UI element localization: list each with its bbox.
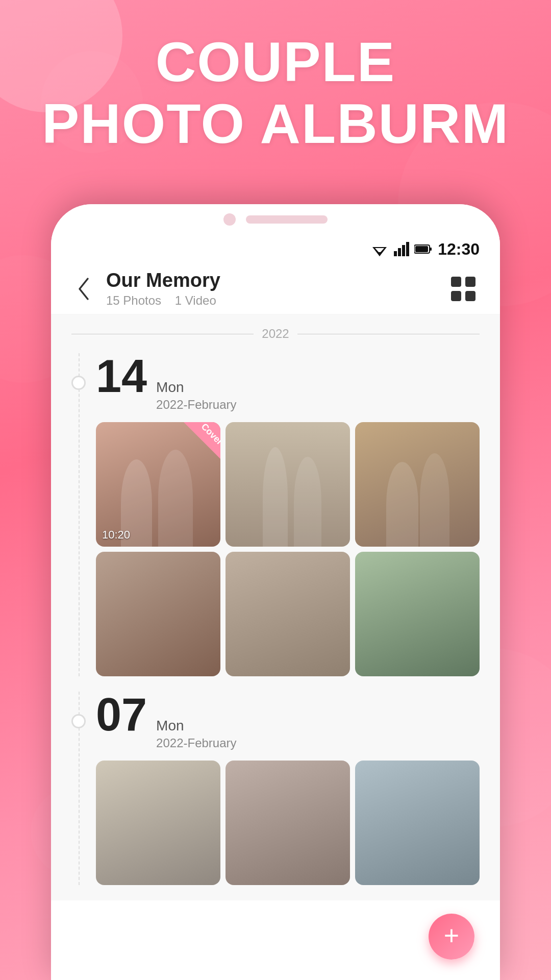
content-area: 2022 14 Mon 2022-February (51, 314, 500, 900)
status-icons: 12:30 (370, 240, 480, 259)
grid-view-button[interactable] (447, 273, 480, 305)
date-group-1: 14 Mon 2022-February (51, 353, 500, 676)
photo-item-4[interactable] (96, 552, 220, 676)
year-divider: 2022 (51, 314, 500, 353)
back-button[interactable] (71, 277, 96, 301)
svg-rect-11 (465, 277, 475, 287)
signal-icon (394, 242, 409, 256)
status-bar: 12:30 (51, 235, 500, 263)
photo-grid-1: Cover 10:20 (96, 422, 480, 676)
svg-marker-2 (377, 252, 382, 256)
photo-item-5[interactable] (226, 552, 350, 676)
svg-rect-4 (398, 248, 401, 256)
year-line-left (71, 334, 254, 334)
year-label: 2022 (262, 327, 289, 341)
svg-rect-6 (406, 242, 409, 256)
svg-rect-9 (415, 246, 428, 252)
fab-plus-icon: + (444, 922, 459, 949)
date-number-area-1: 14 Mon 2022-February (96, 353, 237, 412)
photo-item-1[interactable]: Cover 10:20 (96, 422, 220, 547)
photo-item-6[interactable] (355, 552, 480, 676)
phone-notch (51, 204, 500, 235)
timeline-dot-1 (71, 376, 86, 390)
photo-item-8[interactable] (226, 761, 350, 885)
phone-mockup: 12:30 Our Memory 15 Photos 1 Video (51, 204, 500, 980)
date-number-1: 14 (96, 353, 147, 399)
album-title: Our Memory (106, 270, 437, 291)
battery-icon (414, 244, 433, 254)
date-str-1: 2022-February (156, 398, 236, 412)
svg-rect-5 (402, 245, 405, 256)
status-time: 12:30 (438, 240, 480, 259)
phone-speaker (246, 215, 328, 224)
svg-rect-3 (394, 251, 397, 256)
svg-rect-13 (465, 291, 475, 301)
svg-rect-12 (451, 291, 461, 301)
date-day-2: Mon (156, 718, 236, 734)
app-header: Our Memory 15 Photos 1 Video (51, 263, 500, 314)
svg-rect-8 (430, 248, 432, 251)
photo-item-2[interactable] (226, 422, 350, 547)
date-info-1: Mon 2022-February (156, 375, 236, 412)
photos-count: 15 Photos (106, 293, 161, 307)
date-group-2: 07 Mon 2022-February (51, 692, 500, 885)
year-line-right (297, 334, 480, 334)
app-title: COUPLE PHOTO ALBURM (0, 31, 551, 154)
timeline-line-1 (79, 353, 80, 676)
date-header-2: 07 Mon 2022-February (71, 692, 480, 750)
add-photo-fab[interactable]: + (429, 914, 474, 960)
front-camera (223, 213, 236, 226)
svg-rect-10 (451, 277, 461, 287)
date-header-1: 14 Mon 2022-February (71, 353, 480, 412)
album-subtitle: 15 Photos 1 Video (106, 293, 437, 308)
date-day-1: Mon (156, 379, 236, 396)
date-number-2: 07 (96, 692, 147, 738)
video-count: 1 Video (175, 293, 216, 307)
date-str-2: 2022-February (156, 736, 236, 750)
photo-item-9[interactable] (355, 761, 480, 885)
date-number-area-2: 07 Mon 2022-February (96, 692, 237, 750)
photo-timestamp-1: 10:20 (102, 528, 130, 542)
date-info-2: Mon 2022-February (156, 714, 236, 750)
header-title-area: Our Memory 15 Photos 1 Video (96, 270, 447, 308)
photo-item-7[interactable] (96, 761, 220, 885)
photo-grid-2 (96, 761, 480, 885)
timeline-dot-2 (71, 714, 86, 728)
wifi-icon (370, 242, 389, 256)
photo-item-3[interactable] (355, 422, 480, 547)
